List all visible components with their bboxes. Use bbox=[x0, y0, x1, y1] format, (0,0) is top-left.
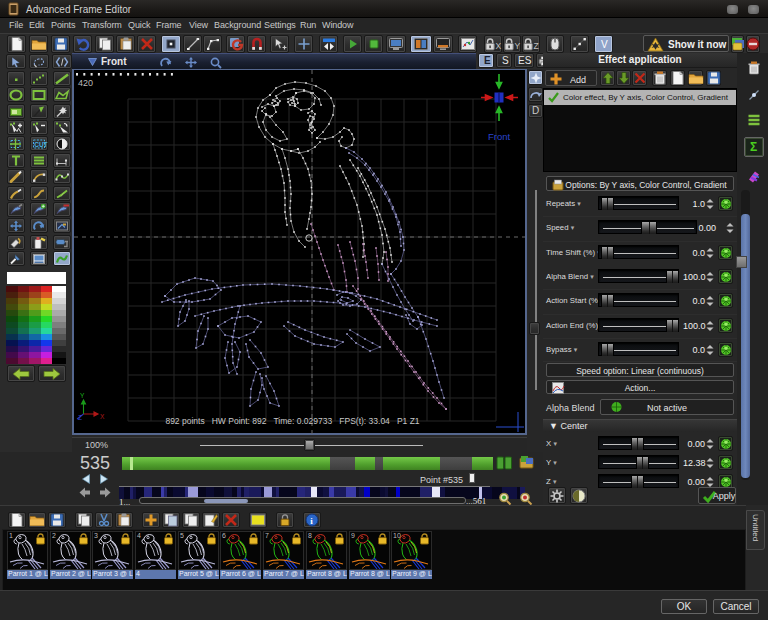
svg-text:CUT: CUT bbox=[34, 141, 47, 148]
svg-text:Front: Front bbox=[488, 131, 511, 142]
svg-text:Y: Y bbox=[80, 392, 85, 399]
svg-text:Z: Z bbox=[534, 41, 539, 51]
svg-text:X: X bbox=[496, 41, 502, 51]
svg-text:Y: Y bbox=[515, 41, 521, 51]
